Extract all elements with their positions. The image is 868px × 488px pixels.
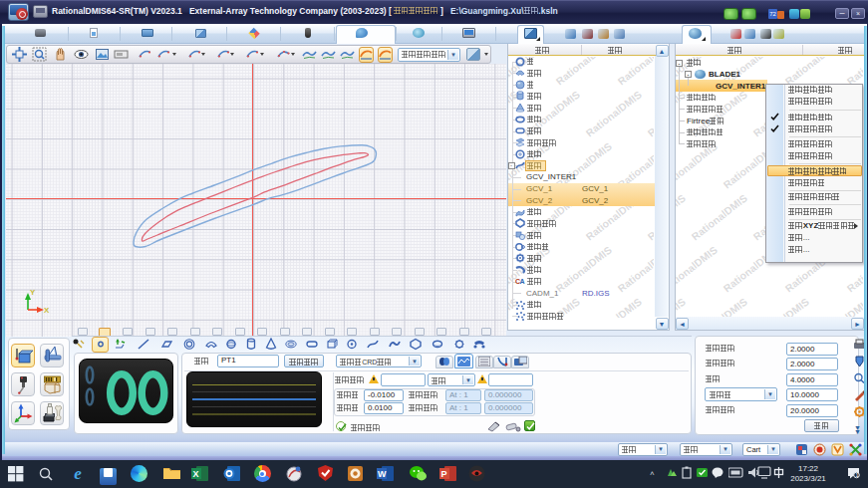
- svg-text:X: X: [44, 306, 50, 315]
- svg-text:X: X: [192, 469, 198, 479]
- svg-text:A: A: [520, 278, 525, 285]
- svg-text:P: P: [440, 469, 446, 479]
- svg-text:W: W: [378, 469, 387, 479]
- svg-text:Y: Y: [30, 288, 36, 297]
